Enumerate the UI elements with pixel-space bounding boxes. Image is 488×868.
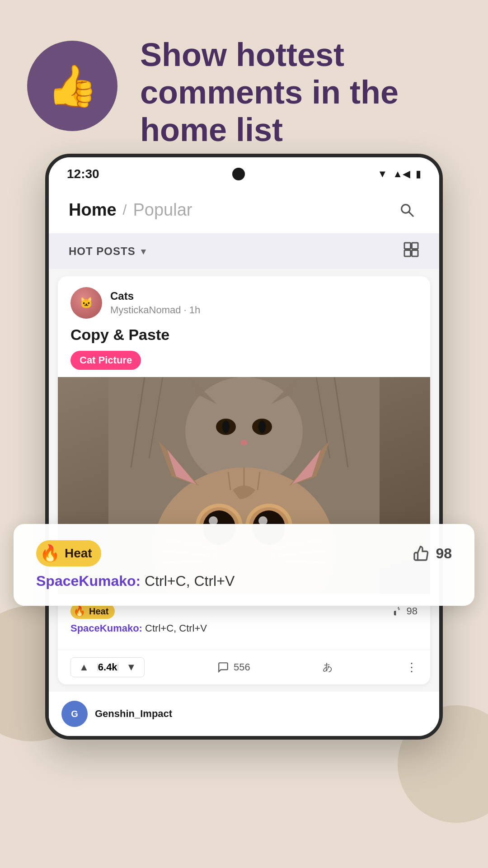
vote-count: 6.4k [98, 661, 117, 673]
tagline-line3: home list [140, 112, 283, 148]
header-tagline: Show hottest comments in the home list [140, 36, 399, 148]
heat-badge-label: Heat [65, 546, 92, 561]
in-card-comment-body: Ctrl+C, Ctrl+V [145, 623, 207, 634]
next-post-preview[interactable]: G Genshin_Impact [49, 692, 439, 736]
post-author-time: MystickaNomad · 1h [110, 304, 200, 316]
nav-title: Home / Popular [69, 200, 192, 220]
thumbs-up-icon: 👍 [47, 62, 98, 110]
wifi-icon: ▼ [377, 168, 387, 180]
heat-likes-count: 98 [436, 545, 452, 562]
status-icons: ▼ ▲◀ ▮ [377, 168, 421, 180]
vote-buttons[interactable]: ▲ 6.4k ▼ [70, 657, 145, 677]
svg-rect-3 [412, 243, 418, 249]
nav-popular-label[interactable]: Popular [133, 200, 192, 220]
nav-separator: / [123, 202, 127, 218]
avatar-image: 🐱 [70, 287, 102, 319]
camera-dot [232, 168, 245, 180]
post-header: 🐱 Cats MystickaNomad · 1h [58, 276, 430, 326]
in-card-heat-label: Heat [89, 606, 108, 617]
signal-icon: ▲◀ [393, 168, 410, 180]
search-button[interactable] [394, 197, 419, 222]
translate-button[interactable]: あ [323, 660, 333, 674]
hot-posts-label: HOT POSTS [69, 245, 136, 258]
svg-point-17 [258, 420, 266, 433]
layout-toggle-icon[interactable] [403, 241, 419, 261]
fire-emoji: 🔥 [40, 544, 60, 563]
heat-badge: 🔥 Heat [36, 540, 101, 566]
in-card-comment-user[interactable]: SpaceKumako: [70, 623, 142, 634]
in-card-comment-text: SpaceKumako: Ctrl+C, Ctrl+V [70, 623, 418, 634]
post-meta: Cats MystickaNomad · 1h [110, 290, 200, 316]
comments-stat[interactable]: 556 [217, 661, 250, 673]
svg-line-1 [409, 212, 413, 216]
more-options-button[interactable]: ⋮ [406, 660, 418, 675]
post-author[interactable]: MystickaNomad [110, 304, 181, 316]
vote-down-button[interactable]: ▼ [118, 658, 145, 677]
status-time: 12:30 [67, 167, 99, 181]
heat-like-icon [413, 545, 429, 561]
status-bar: 12:30 ▼ ▲◀ ▮ [49, 157, 439, 186]
post-time-separator: · [184, 304, 189, 316]
in-card-fire-emoji: 🔥 [73, 605, 85, 617]
svg-rect-4 [404, 250, 411, 257]
heat-comment-body: Ctrl+C, Ctrl+V [145, 573, 235, 589]
in-card-like-icon [393, 606, 403, 616]
svg-point-18 [240, 440, 248, 445]
phone-container: 12:30 ▼ ▲◀ ▮ Home / Popular [45, 154, 443, 868]
post-title: Copy & Paste [58, 326, 430, 351]
battery-icon: ▮ [416, 168, 421, 180]
tagline-line2: comments in the [140, 74, 399, 110]
filter-bar: HOT POSTS ▾ [49, 233, 439, 269]
post-avatar: 🐱 [70, 287, 102, 319]
header-section: 👍 Show hottest comments in the home list [0, 0, 488, 175]
nav-home-label[interactable]: Home [69, 200, 117, 220]
heat-comment-user[interactable]: SpaceKumako: [36, 573, 141, 589]
thumbs-up-circle: 👍 [27, 41, 117, 131]
next-post-avatar: G [61, 701, 88, 727]
svg-point-16 [222, 420, 230, 433]
vote-up-button[interactable]: ▲ [71, 658, 97, 677]
in-card-likes: 98 [393, 605, 418, 617]
comments-count: 556 [234, 661, 250, 673]
comments-icon [217, 661, 229, 673]
nav-bar: Home / Popular [49, 186, 439, 233]
svg-rect-2 [404, 243, 411, 249]
post-tag[interactable]: Cat Picture [70, 351, 141, 370]
heat-likes: 98 [413, 545, 452, 562]
in-card-heat-badge: 🔥 Heat [70, 604, 115, 619]
post-stats-bar: ▲ 6.4k ▼ 556 あ ⋮ [58, 650, 430, 684]
dropdown-arrow-icon: ▾ [141, 246, 146, 257]
post-card[interactable]: 🐱 Cats MystickaNomad · 1h Copy & Paste C… [58, 276, 430, 684]
phone-mockup: 12:30 ▼ ▲◀ ▮ Home / Popular [45, 154, 443, 740]
heat-comment-text: SpaceKumako: Ctrl+C, Ctrl+V [36, 573, 452, 590]
tagline-line1: Show hottest [140, 37, 344, 73]
svg-rect-5 [412, 250, 418, 257]
in-card-likes-count: 98 [407, 605, 418, 617]
heat-overlay-popup: 🔥 Heat 98 SpaceKumako: Ctrl+C, Ctrl+V [14, 524, 474, 606]
post-time: 1h [189, 304, 200, 316]
heat-badge-row: 🔥 Heat 98 [36, 540, 452, 566]
hot-posts-dropdown[interactable]: HOT POSTS ▾ [69, 245, 146, 258]
in-card-heat-row: 🔥 Heat 98 [70, 604, 418, 619]
next-post-community: Genshin_Impact [95, 708, 172, 720]
post-community[interactable]: Cats [110, 290, 200, 302]
